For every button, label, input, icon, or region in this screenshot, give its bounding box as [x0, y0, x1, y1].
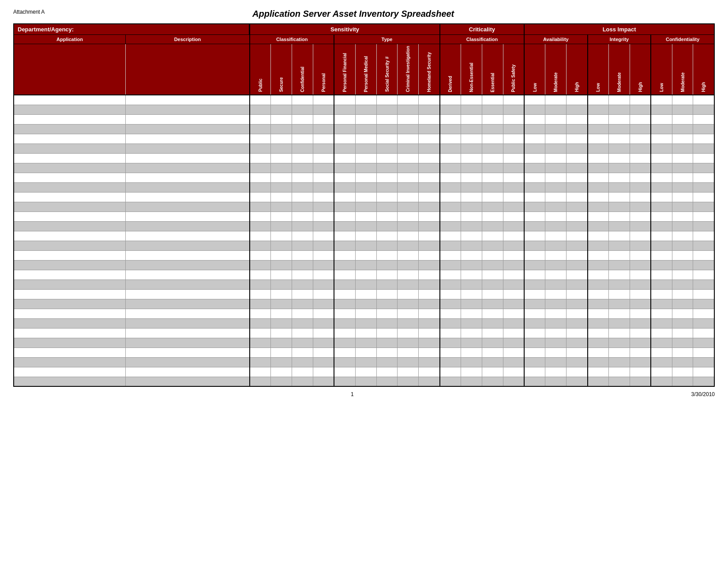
data-cell[interactable]: [461, 134, 482, 144]
data-cell[interactable]: [672, 221, 693, 231]
data-cell[interactable]: [651, 338, 672, 348]
data-cell[interactable]: [250, 95, 271, 105]
data-cell[interactable]: [609, 114, 630, 124]
data-cell[interactable]: [693, 114, 714, 124]
data-cell[interactable]: [545, 153, 567, 163]
data-cell[interactable]: [419, 153, 440, 163]
data-cell[interactable]: [313, 357, 334, 367]
data-cell[interactable]: [271, 163, 292, 173]
data-cell[interactable]: [398, 105, 419, 114]
data-cell[interactable]: [313, 173, 334, 182]
data-cell[interactable]: [567, 202, 588, 212]
data-cell[interactable]: [14, 95, 125, 105]
data-cell[interactable]: [271, 105, 292, 114]
data-cell[interactable]: [440, 144, 461, 153]
data-cell[interactable]: [672, 299, 693, 309]
data-cell[interactable]: [609, 299, 630, 309]
data-cell[interactable]: [250, 221, 271, 231]
data-cell[interactable]: [651, 105, 672, 114]
data-cell[interactable]: [461, 348, 482, 357]
data-cell[interactable]: [250, 328, 271, 338]
data-cell[interactable]: [545, 377, 567, 386]
data-cell[interactable]: [503, 250, 524, 260]
data-cell[interactable]: [609, 134, 630, 144]
data-cell[interactable]: [567, 182, 588, 192]
data-cell[interactable]: [545, 134, 567, 144]
data-cell[interactable]: [630, 221, 651, 231]
data-cell[interactable]: [461, 250, 482, 260]
data-cell[interactable]: [334, 289, 355, 299]
data-cell[interactable]: [398, 289, 419, 299]
data-cell[interactable]: [672, 114, 693, 124]
data-cell[interactable]: [672, 318, 693, 328]
data-cell[interactable]: [672, 212, 693, 221]
data-cell[interactable]: [398, 202, 419, 212]
data-cell[interactable]: [313, 182, 334, 192]
data-cell[interactable]: [271, 182, 292, 192]
data-cell[interactable]: [482, 270, 503, 280]
data-cell[interactable]: [503, 114, 524, 124]
data-cell[interactable]: [376, 134, 398, 144]
data-cell[interactable]: [419, 338, 440, 348]
data-cell[interactable]: [313, 144, 334, 153]
data-cell[interactable]: [440, 134, 461, 144]
data-cell[interactable]: [334, 367, 355, 377]
data-cell[interactable]: [334, 280, 355, 289]
data-cell[interactable]: [271, 270, 292, 280]
data-cell[interactable]: [334, 357, 355, 367]
data-cell[interactable]: [313, 260, 334, 270]
data-cell[interactable]: [125, 241, 250, 250]
data-cell[interactable]: [125, 134, 250, 144]
data-cell[interactable]: [651, 280, 672, 289]
data-cell[interactable]: [398, 348, 419, 357]
data-cell[interactable]: [545, 309, 567, 318]
data-cell[interactable]: [398, 367, 419, 377]
data-cell[interactable]: [609, 192, 630, 202]
data-cell[interactable]: [672, 348, 693, 357]
data-cell[interactable]: [524, 338, 545, 348]
data-cell[interactable]: [672, 182, 693, 192]
data-cell[interactable]: [524, 153, 545, 163]
data-cell[interactable]: [567, 124, 588, 134]
data-cell[interactable]: [672, 250, 693, 260]
data-cell[interactable]: [419, 348, 440, 357]
data-cell[interactable]: [524, 134, 545, 144]
data-cell[interactable]: [482, 348, 503, 357]
data-cell[interactable]: [313, 377, 334, 386]
data-cell[interactable]: [609, 338, 630, 348]
data-cell[interactable]: [250, 163, 271, 173]
data-cell[interactable]: [672, 377, 693, 386]
data-cell[interactable]: [672, 163, 693, 173]
data-cell[interactable]: [524, 377, 545, 386]
data-cell[interactable]: [503, 260, 524, 270]
data-cell[interactable]: [292, 280, 313, 289]
data-cell[interactable]: [482, 202, 503, 212]
data-cell[interactable]: [14, 153, 125, 163]
data-cell[interactable]: [651, 377, 672, 386]
data-cell[interactable]: [125, 338, 250, 348]
data-cell[interactable]: [250, 289, 271, 299]
data-cell[interactable]: [14, 105, 125, 114]
data-cell[interactable]: [524, 270, 545, 280]
data-cell[interactable]: [313, 153, 334, 163]
data-cell[interactable]: [440, 318, 461, 328]
data-cell[interactable]: [588, 202, 609, 212]
data-cell[interactable]: [313, 134, 334, 144]
data-cell[interactable]: [630, 134, 651, 144]
data-cell[interactable]: [567, 318, 588, 328]
data-cell[interactable]: [14, 328, 125, 338]
data-cell[interactable]: [482, 318, 503, 328]
data-cell[interactable]: [292, 124, 313, 134]
data-cell[interactable]: [292, 357, 313, 367]
data-cell[interactable]: [271, 173, 292, 182]
data-cell[interactable]: [651, 289, 672, 299]
data-cell[interactable]: [398, 182, 419, 192]
data-cell[interactable]: [440, 309, 461, 318]
data-cell[interactable]: [693, 260, 714, 270]
data-cell[interactable]: [482, 338, 503, 348]
data-cell[interactable]: [693, 289, 714, 299]
data-cell[interactable]: [651, 192, 672, 202]
data-cell[interactable]: [672, 202, 693, 212]
data-cell[interactable]: [419, 280, 440, 289]
data-cell[interactable]: [250, 260, 271, 270]
